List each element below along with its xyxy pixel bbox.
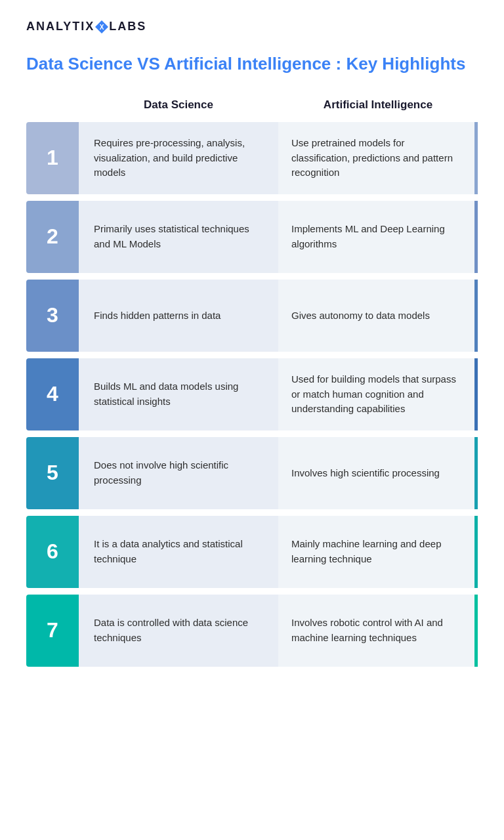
row-2-ds: Primarily uses statistical techniques an…: [79, 201, 278, 273]
page-title: Data Science VS Artificial Intelligence …: [26, 53, 478, 75]
comparison-table: Data Science Artificial Intelligence 1 R…: [26, 98, 478, 667]
row-1-ds: Requires pre-processing, analysis, visua…: [79, 122, 278, 194]
row-number-4: 4: [26, 358, 79, 430]
row-number-5: 5: [26, 437, 79, 509]
table-row: 1 Requires pre-processing, analysis, vis…: [26, 122, 478, 194]
logo-part2: LABS: [109, 20, 146, 33]
row-7-ds: Data is controlled with data science tec…: [79, 595, 278, 667]
logo-area: ANALYTIX X LABS: [26, 20, 478, 33]
table-header: Data Science Artificial Intelligence: [26, 98, 478, 117]
row-5-ai: Involves high scientific processing: [278, 437, 478, 509]
row-3-ds: Finds hidden patterns in data: [79, 280, 278, 352]
row-4-ai: Used for building models that surpass or…: [278, 358, 478, 430]
header-col2: Artificial Intelligence: [278, 98, 478, 112]
logo-part1: ANALYTIX: [26, 20, 94, 33]
row-4-ds: Builds ML and data models using statisti…: [79, 358, 278, 430]
row-number-1: 1: [26, 122, 79, 194]
row-1-ai: Use pretrained models for classification…: [278, 122, 478, 194]
logo-icon: X: [95, 20, 108, 33]
row-number-3: 3: [26, 280, 79, 352]
svg-text:X: X: [100, 24, 104, 31]
header-col1: Data Science: [79, 98, 278, 112]
table-row: 5 Does not involve high scientific proce…: [26, 437, 478, 509]
title-highlight: Key Highlights: [346, 54, 465, 74]
row-7-ai: Involves robotic control with AI and mac…: [278, 595, 478, 667]
title-main: Data Science VS Artificial Intelligence …: [26, 54, 346, 74]
table-row: 2 Primarily uses statistical techniques …: [26, 201, 478, 273]
table-row: 7 Data is controlled with data science t…: [26, 595, 478, 667]
table-row: 3 Finds hidden patterns in data Gives au…: [26, 280, 478, 352]
row-number-6: 6: [26, 516, 79, 588]
row-2-ai: Implements ML and Deep Learning algorith…: [278, 201, 478, 273]
row-number-2: 2: [26, 201, 79, 273]
table-row: 4 Builds ML and data models using statis…: [26, 358, 478, 430]
row-number-7: 7: [26, 595, 79, 667]
row-5-ds: Does not involve high scientific process…: [79, 437, 278, 509]
row-3-ai: Gives autonomy to data models: [278, 280, 478, 352]
row-6-ds: It is a data analytics and statistical t…: [79, 516, 278, 588]
table-row: 6 It is a data analytics and statistical…: [26, 516, 478, 588]
header-empty: [26, 98, 79, 112]
row-6-ai: Mainly machine learning and deep learnin…: [278, 516, 478, 588]
